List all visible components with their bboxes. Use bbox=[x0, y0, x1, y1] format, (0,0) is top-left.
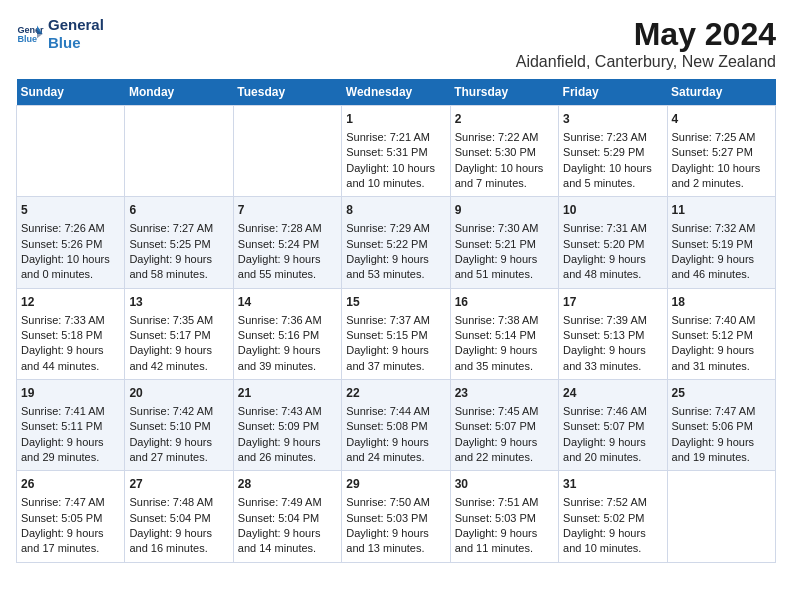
day-number: 2 bbox=[455, 111, 554, 128]
day-info: Sunrise: 7:27 AM bbox=[129, 221, 228, 236]
day-info: Sunrise: 7:51 AM bbox=[455, 495, 554, 510]
day-info: Sunset: 5:08 PM bbox=[346, 419, 445, 434]
calendar-cell bbox=[667, 471, 775, 562]
logo-text-line1: General bbox=[48, 16, 104, 34]
day-number: 10 bbox=[563, 202, 662, 219]
day-info: Sunrise: 7:45 AM bbox=[455, 404, 554, 419]
day-number: 7 bbox=[238, 202, 337, 219]
header-day-wednesday: Wednesday bbox=[342, 79, 450, 106]
day-info: Daylight: 9 hours and 53 minutes. bbox=[346, 252, 445, 283]
day-info: Sunrise: 7:50 AM bbox=[346, 495, 445, 510]
day-info: Sunset: 5:10 PM bbox=[129, 419, 228, 434]
day-number: 14 bbox=[238, 294, 337, 311]
day-number: 8 bbox=[346, 202, 445, 219]
calendar-cell: 11Sunrise: 7:32 AMSunset: 5:19 PMDayligh… bbox=[667, 197, 775, 288]
calendar-cell: 1Sunrise: 7:21 AMSunset: 5:31 PMDaylight… bbox=[342, 106, 450, 197]
day-info: Sunset: 5:29 PM bbox=[563, 145, 662, 160]
calendar-cell: 3Sunrise: 7:23 AMSunset: 5:29 PMDaylight… bbox=[559, 106, 667, 197]
day-info: Sunrise: 7:49 AM bbox=[238, 495, 337, 510]
day-info: Sunset: 5:03 PM bbox=[346, 511, 445, 526]
day-info: Sunset: 5:24 PM bbox=[238, 237, 337, 252]
calendar-cell: 17Sunrise: 7:39 AMSunset: 5:13 PMDayligh… bbox=[559, 288, 667, 379]
calendar-cell: 31Sunrise: 7:52 AMSunset: 5:02 PMDayligh… bbox=[559, 471, 667, 562]
day-info: Daylight: 9 hours and 58 minutes. bbox=[129, 252, 228, 283]
day-info: Daylight: 9 hours and 13 minutes. bbox=[346, 526, 445, 557]
calendar-cell bbox=[125, 106, 233, 197]
day-info: Sunrise: 7:35 AM bbox=[129, 313, 228, 328]
calendar-cell: 20Sunrise: 7:42 AMSunset: 5:10 PMDayligh… bbox=[125, 380, 233, 471]
day-info: Daylight: 9 hours and 16 minutes. bbox=[129, 526, 228, 557]
day-number: 9 bbox=[455, 202, 554, 219]
svg-text:Blue: Blue bbox=[17, 34, 37, 44]
day-info: Sunrise: 7:29 AM bbox=[346, 221, 445, 236]
day-number: 22 bbox=[346, 385, 445, 402]
calendar-cell bbox=[233, 106, 341, 197]
day-info: Sunset: 5:18 PM bbox=[21, 328, 120, 343]
day-info: Sunrise: 7:52 AM bbox=[563, 495, 662, 510]
day-info: Sunset: 5:13 PM bbox=[563, 328, 662, 343]
logo-text-line2: Blue bbox=[48, 34, 104, 52]
header-day-friday: Friday bbox=[559, 79, 667, 106]
day-info: Sunrise: 7:37 AM bbox=[346, 313, 445, 328]
day-info: Sunrise: 7:28 AM bbox=[238, 221, 337, 236]
week-row-4: 19Sunrise: 7:41 AMSunset: 5:11 PMDayligh… bbox=[17, 380, 776, 471]
day-info: Sunset: 5:14 PM bbox=[455, 328, 554, 343]
day-info: Daylight: 9 hours and 19 minutes. bbox=[672, 435, 771, 466]
title-area: May 2024 Aidanfield, Canterbury, New Zea… bbox=[516, 16, 776, 71]
calendar-cell: 27Sunrise: 7:48 AMSunset: 5:04 PMDayligh… bbox=[125, 471, 233, 562]
day-number: 23 bbox=[455, 385, 554, 402]
day-info: Sunrise: 7:33 AM bbox=[21, 313, 120, 328]
day-number: 15 bbox=[346, 294, 445, 311]
calendar-cell: 16Sunrise: 7:38 AMSunset: 5:14 PMDayligh… bbox=[450, 288, 558, 379]
calendar-cell: 21Sunrise: 7:43 AMSunset: 5:09 PMDayligh… bbox=[233, 380, 341, 471]
week-row-1: 1Sunrise: 7:21 AMSunset: 5:31 PMDaylight… bbox=[17, 106, 776, 197]
day-info: Daylight: 9 hours and 46 minutes. bbox=[672, 252, 771, 283]
day-number: 27 bbox=[129, 476, 228, 493]
day-info: Sunset: 5:21 PM bbox=[455, 237, 554, 252]
calendar-cell: 28Sunrise: 7:49 AMSunset: 5:04 PMDayligh… bbox=[233, 471, 341, 562]
calendar-cell: 19Sunrise: 7:41 AMSunset: 5:11 PMDayligh… bbox=[17, 380, 125, 471]
week-row-3: 12Sunrise: 7:33 AMSunset: 5:18 PMDayligh… bbox=[17, 288, 776, 379]
day-number: 25 bbox=[672, 385, 771, 402]
calendar-cell: 14Sunrise: 7:36 AMSunset: 5:16 PMDayligh… bbox=[233, 288, 341, 379]
day-info: Sunset: 5:19 PM bbox=[672, 237, 771, 252]
calendar-cell: 9Sunrise: 7:30 AMSunset: 5:21 PMDaylight… bbox=[450, 197, 558, 288]
day-info: Sunset: 5:16 PM bbox=[238, 328, 337, 343]
day-number: 19 bbox=[21, 385, 120, 402]
calendar-cell: 13Sunrise: 7:35 AMSunset: 5:17 PMDayligh… bbox=[125, 288, 233, 379]
logo: General Blue General Blue bbox=[16, 16, 104, 52]
day-info: Sunrise: 7:23 AM bbox=[563, 130, 662, 145]
day-info: Daylight: 9 hours and 24 minutes. bbox=[346, 435, 445, 466]
day-info: Sunrise: 7:47 AM bbox=[672, 404, 771, 419]
day-info: Sunset: 5:02 PM bbox=[563, 511, 662, 526]
day-number: 20 bbox=[129, 385, 228, 402]
day-number: 1 bbox=[346, 111, 445, 128]
calendar-cell: 22Sunrise: 7:44 AMSunset: 5:08 PMDayligh… bbox=[342, 380, 450, 471]
day-number: 4 bbox=[672, 111, 771, 128]
day-info: Sunset: 5:05 PM bbox=[21, 511, 120, 526]
day-info: Sunrise: 7:48 AM bbox=[129, 495, 228, 510]
day-info: Sunrise: 7:44 AM bbox=[346, 404, 445, 419]
header-day-thursday: Thursday bbox=[450, 79, 558, 106]
day-number: 24 bbox=[563, 385, 662, 402]
calendar-cell: 2Sunrise: 7:22 AMSunset: 5:30 PMDaylight… bbox=[450, 106, 558, 197]
day-info: Sunrise: 7:25 AM bbox=[672, 130, 771, 145]
header-day-monday: Monday bbox=[125, 79, 233, 106]
day-info: Sunset: 5:04 PM bbox=[238, 511, 337, 526]
day-info: Sunset: 5:22 PM bbox=[346, 237, 445, 252]
day-info: Daylight: 9 hours and 11 minutes. bbox=[455, 526, 554, 557]
day-info: Daylight: 9 hours and 20 minutes. bbox=[563, 435, 662, 466]
day-number: 12 bbox=[21, 294, 120, 311]
day-info: Sunset: 5:15 PM bbox=[346, 328, 445, 343]
day-info: Sunrise: 7:31 AM bbox=[563, 221, 662, 236]
day-info: Sunrise: 7:43 AM bbox=[238, 404, 337, 419]
day-info: Sunset: 5:07 PM bbox=[455, 419, 554, 434]
day-info: Sunrise: 7:39 AM bbox=[563, 313, 662, 328]
calendar-cell bbox=[17, 106, 125, 197]
day-number: 28 bbox=[238, 476, 337, 493]
calendar-cell: 24Sunrise: 7:46 AMSunset: 5:07 PMDayligh… bbox=[559, 380, 667, 471]
day-info: Daylight: 9 hours and 55 minutes. bbox=[238, 252, 337, 283]
day-info: Sunset: 5:27 PM bbox=[672, 145, 771, 160]
calendar-header: SundayMondayTuesdayWednesdayThursdayFrid… bbox=[17, 79, 776, 106]
day-info: Daylight: 9 hours and 44 minutes. bbox=[21, 343, 120, 374]
